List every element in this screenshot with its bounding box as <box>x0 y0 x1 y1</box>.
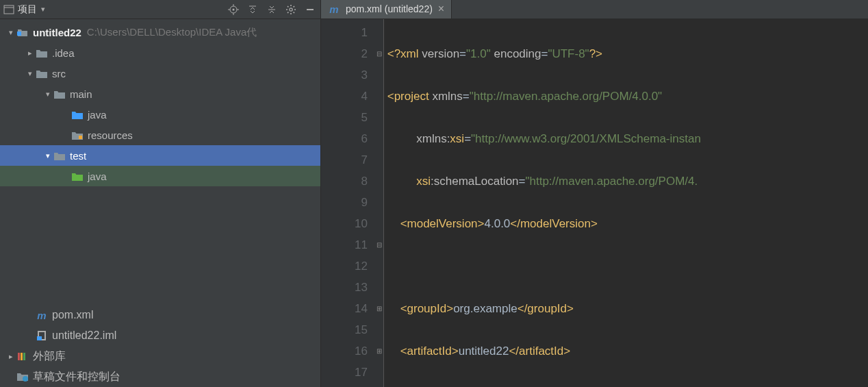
locate-button[interactable] <box>226 2 241 17</box>
test-folder-icon <box>71 170 84 182</box>
tree-label: java <box>88 171 107 182</box>
folder-icon <box>36 67 48 79</box>
line-number: 17 <box>321 362 368 383</box>
svg-line-18 <box>294 6 294 7</box>
svg-line-16 <box>294 12 294 12</box>
line-number: 13 <box>321 277 368 298</box>
scratches-icon <box>16 371 29 383</box>
svg-point-10 <box>290 8 292 10</box>
line-number: 5 <box>321 107 368 128</box>
line-gutter: 1 2 3 4 5 6 7 8 9 10 11 12 13 14 15 16 1… <box>321 19 374 387</box>
code-editor[interactable]: 1 2 3 4 5 6 7 8 9 10 11 12 13 14 15 16 1… <box>321 19 868 387</box>
svg-point-28 <box>23 376 28 382</box>
chevron-down-icon: ▾ <box>25 69 36 78</box>
chevron-right-icon: ▸ <box>25 49 36 58</box>
tree-item-src[interactable]: ▾ src <box>0 63 320 84</box>
chevron-down-icon: ▾ <box>42 151 53 160</box>
tree-label: 外部库 <box>33 349 66 364</box>
minimize-button[interactable] <box>303 2 318 17</box>
editor-pane: m pom.xml (untitled22) × 1 2 3 4 5 6 7 8… <box>321 0 868 387</box>
line-number: 4 <box>321 86 368 107</box>
tree-item-external-libs[interactable]: ▸ 外部库 <box>0 346 320 366</box>
line-number: 1 <box>321 22 368 43</box>
line-number: 8 <box>321 171 368 192</box>
resources-folder-icon <box>71 129 84 141</box>
line-number: 9 <box>321 192 368 213</box>
chevron-down-icon: ▾ <box>42 90 53 99</box>
tree-item-java-main[interactable]: java <box>0 104 320 125</box>
close-icon[interactable]: × <box>438 3 444 15</box>
svg-rect-26 <box>21 353 23 360</box>
project-sidebar: 项目 ▾ ▾ untitled22 C:\Users\DELL\Desktop\… <box>0 0 321 387</box>
maven-file-icon: m <box>328 3 340 15</box>
chevron-right-icon: ▸ <box>5 352 16 361</box>
tree-label: java <box>88 109 107 121</box>
tab-title: pom.xml (untitled22) <box>346 3 433 14</box>
svg-rect-27 <box>23 353 25 360</box>
tree-item-main[interactable]: ▾ main <box>0 84 320 104</box>
line-number: 16 <box>321 340 368 362</box>
tree-label: src <box>52 68 66 79</box>
project-label[interactable]: 项目 <box>18 3 37 16</box>
line-number: 14 <box>321 298 368 319</box>
line-number: 11 <box>321 234 368 255</box>
svg-point-3 <box>233 8 235 10</box>
code-content[interactable]: <?xml version="1.0" encoding="UTF-8"?> <… <box>384 19 868 387</box>
tree-root[interactable]: ▾ untitled22 C:\Users\DELL\Desktop\IDEA … <box>0 22 320 42</box>
tree-label: untitled22.iml <box>52 329 116 342</box>
fold-column: ⊟⊟⊞⊞ <box>374 19 384 387</box>
editor-tab-bar: m pom.xml (untitled22) × <box>321 0 868 19</box>
collapse-all-button[interactable] <box>264 2 279 17</box>
tree-item-pom[interactable]: m pom.xml <box>0 305 320 325</box>
dropdown-icon[interactable]: ▾ <box>41 5 45 14</box>
tree-label: untitled22 <box>33 27 81 38</box>
sidebar-toolbar: 项目 ▾ <box>0 0 320 19</box>
iml-file-icon <box>36 329 48 342</box>
project-tree: ▾ untitled22 C:\Users\DELL\Desktop\IDEA … <box>0 19 320 305</box>
line-number: 15 <box>321 319 368 340</box>
chevron-down-icon: ▾ <box>5 28 16 37</box>
tree-item-resources[interactable]: resources <box>0 125 320 145</box>
svg-rect-21 <box>79 136 82 139</box>
tree-path: C:\Users\DELL\Desktop\IDEA Java代 <box>87 26 257 39</box>
settings-button[interactable] <box>283 2 298 17</box>
line-number: 12 <box>321 255 368 277</box>
library-icon <box>16 350 29 362</box>
tree-item-test[interactable]: ▾ test <box>0 145 320 166</box>
folder-icon <box>53 149 66 162</box>
folder-icon <box>53 88 66 100</box>
tree-item-scratches[interactable]: 草稿文件和控制台 <box>0 366 320 387</box>
tree-item-idea[interactable]: ▸ .idea <box>0 42 320 63</box>
svg-rect-0 <box>4 5 14 14</box>
svg-line-17 <box>288 12 288 12</box>
project-icon <box>3 3 15 16</box>
tree-item-java-test[interactable]: java <box>0 166 320 186</box>
tree-label: pom.xml <box>52 309 93 321</box>
line-number: 6 <box>321 128 368 149</box>
svg-rect-24 <box>37 336 42 340</box>
tree-label: test <box>70 150 86 162</box>
line-number: 7 <box>321 149 368 171</box>
module-icon <box>16 26 29 38</box>
tree-label: resources <box>88 129 133 141</box>
expand-all-button[interactable] <box>245 2 260 17</box>
folder-icon <box>36 47 48 59</box>
line-number: 10 <box>321 213 368 234</box>
svg-line-15 <box>288 6 288 7</box>
source-folder-icon <box>71 108 84 121</box>
tree-item-iml[interactable]: untitled22.iml <box>0 325 320 346</box>
maven-file-icon: m <box>36 309 48 321</box>
svg-rect-20 <box>17 32 21 36</box>
line-number: 3 <box>321 64 368 86</box>
editor-tab[interactable]: m pom.xml (untitled22) × <box>321 0 452 18</box>
tree-label: main <box>70 88 92 100</box>
svg-rect-25 <box>18 353 20 360</box>
tree-label: 草稿文件和控制台 <box>33 370 120 384</box>
line-number: 2 <box>321 43 368 64</box>
tree-label: .idea <box>52 47 75 59</box>
